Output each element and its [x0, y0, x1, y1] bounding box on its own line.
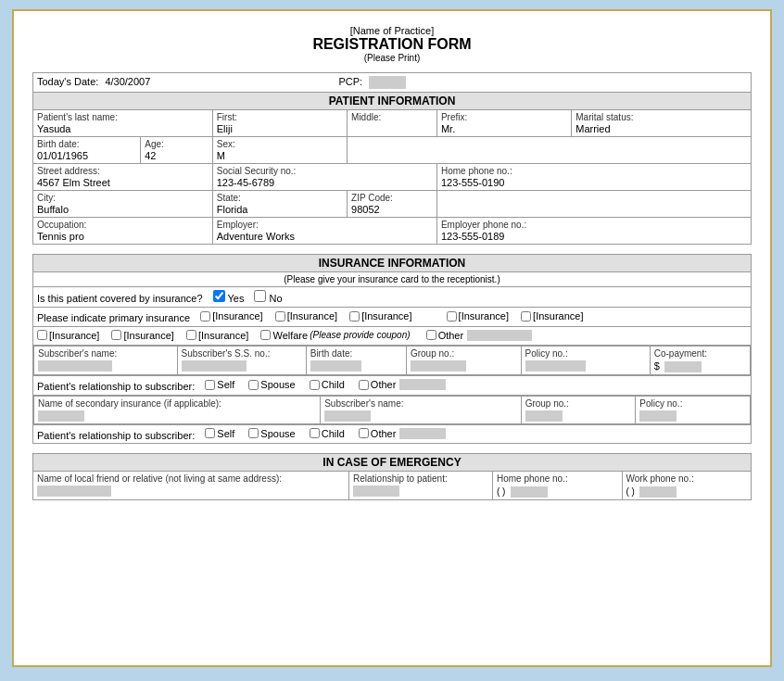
welfare-label: Welfare [272, 330, 308, 341]
other2-value [399, 428, 446, 439]
patient-section-header-row: PATIENT INFORMATION [33, 93, 752, 110]
employer-phone-value: 123-555-0189 [441, 231, 747, 242]
insurance-info-table: INSURANCE INFORMATION (Please give your … [32, 254, 752, 444]
self2-checkbox[interactable] [205, 428, 215, 438]
policy-no-label: Policy no.: [525, 348, 646, 359]
ins7-checkbox[interactable] [111, 330, 121, 340]
no-checkbox[interactable] [254, 290, 266, 302]
spouse2-checkbox[interactable] [248, 428, 259, 438]
copayment-label: Co-payment: [654, 348, 746, 359]
no-checkbox-group[interactable]: No [254, 293, 282, 304]
sub-birth-label: Birth date: [310, 348, 402, 359]
emergency-table: IN CASE OF EMERGENCY Name of local frien… [32, 453, 752, 500]
occupation-row: Occupation: Tennis pro Employer: Adventu… [33, 218, 752, 245]
child2-group[interactable]: Child [310, 428, 345, 439]
yes-checkbox-group[interactable]: Yes [213, 293, 247, 304]
welfare-checkbox[interactable] [260, 330, 271, 340]
ins3-group[interactable]: [Insurance] [349, 310, 411, 322]
self1-checkbox[interactable] [205, 380, 215, 390]
self2-group[interactable]: Self [205, 428, 234, 439]
birth-label: Birth date: [37, 139, 136, 149]
age-label: Age: [145, 139, 209, 149]
ins3-checkbox[interactable] [349, 311, 360, 322]
other2-label: Other [371, 428, 397, 439]
relationship2-label: Patient's relationship to subscriber: [37, 429, 195, 440]
child1-checkbox[interactable] [310, 380, 320, 390]
insurance-section-header-row: INSURANCE INFORMATION [33, 255, 752, 272]
ins2-checkbox[interactable] [275, 311, 285, 322]
secondary-subscriber-label: Subscriber's name: [324, 398, 516, 409]
yes-checkbox[interactable] [213, 290, 225, 302]
emergency-home-phone-label: Home phone no.: [497, 473, 618, 484]
pcp-label: PCP: [338, 76, 362, 87]
ins3-label: [Insurance] [361, 310, 411, 322]
emergency-work-phone-format: ( ) [626, 486, 635, 497]
ins2-group[interactable]: [Insurance] [275, 310, 337, 322]
insurance-subtitle: (Please give your insurance card to the … [284, 274, 499, 284]
state-value: Florida [217, 204, 343, 215]
prefix-value: Mr. [441, 123, 567, 134]
ins6-checkbox[interactable] [37, 330, 47, 340]
covered-label: Is this patient covered by insurance? [37, 293, 203, 304]
ins7-group[interactable]: [Insurance] [111, 330, 173, 341]
child2-checkbox[interactable] [310, 428, 320, 438]
sub-name-label: Subscriber's name: [38, 348, 173, 359]
subscriber-labels-row: Subscriber's name: Subscriber's S.S. no.… [34, 347, 751, 375]
relationship-label: Patient's relationship to subscriber: [37, 381, 195, 392]
self1-group[interactable]: Self [205, 379, 234, 390]
patient-info-table: Today's Date: 4/30/2007 PCP: PATIENT INF… [32, 72, 752, 245]
spouse1-group[interactable]: Spouse [248, 379, 295, 390]
name-row: Patient's last name: Yasuda First: Eliji… [33, 110, 752, 137]
city-state-zip-row: City: Buffalo State: Florida ZIP Code: 9… [33, 191, 752, 218]
zip-value: 98052 [351, 204, 433, 215]
ssn-value: 123-45-6789 [217, 177, 433, 188]
marital-value: Married [575, 123, 747, 134]
home-phone-label: Home phone no.: [441, 166, 747, 176]
last-name-value: Yasuda [37, 123, 209, 134]
employer-phone-label: Employer phone no.: [441, 220, 747, 230]
ins1-group[interactable]: [Insurance] [200, 310, 262, 322]
ins8-label: [Insurance] [198, 330, 248, 341]
other-ins-label: Other [438, 330, 464, 341]
group-no-value [411, 360, 466, 372]
ins4-checkbox[interactable] [447, 311, 457, 322]
child2-label: Child [322, 428, 345, 439]
spouse1-label: Spouse [260, 379, 295, 390]
ins5-group[interactable]: [Insurance] [521, 310, 583, 322]
ins8-group[interactable]: [Insurance] [186, 330, 248, 341]
last-name-label: Patient's last name: [37, 112, 209, 122]
subscriber-fields-table: Subscriber's name: Subscriber's S.S. no.… [33, 346, 751, 375]
welfare-group[interactable]: Welfare (Please provide coupon) [260, 330, 410, 341]
ins1-checkbox[interactable] [200, 311, 210, 322]
emergency-work-phone-value [639, 486, 677, 498]
other1-checkbox[interactable] [359, 380, 369, 390]
child1-label: Child [322, 379, 345, 390]
pcp-value [369, 76, 406, 89]
child1-group[interactable]: Child [310, 379, 345, 390]
ins5-checkbox[interactable] [521, 311, 531, 322]
spouse2-group[interactable]: Spouse [248, 428, 295, 439]
policy-no-value [525, 360, 586, 372]
ins6-group[interactable]: [Insurance] [37, 330, 99, 341]
sub-ss-value [182, 360, 247, 372]
other1-group[interactable]: Other [359, 379, 447, 390]
other-ins-checkbox[interactable] [426, 330, 436, 340]
other1-label: Other [371, 379, 397, 390]
spouse1-checkbox[interactable] [248, 380, 259, 390]
street-row: Street address: 4567 Elm Street Social S… [33, 164, 752, 191]
age-value: 42 [145, 150, 209, 161]
secondary-policy-value [639, 410, 677, 422]
secondary-label: Name of secondary insurance (if applicab… [38, 398, 316, 409]
insurance-section-title: INSURANCE INFORMATION [319, 257, 465, 270]
ins4-group[interactable]: [Insurance] [447, 310, 509, 322]
other2-checkbox[interactable] [359, 428, 369, 438]
please-print: (Please Print) [32, 53, 752, 63]
ins8-checkbox[interactable] [186, 330, 196, 340]
other-ins-group[interactable]: Other [426, 330, 533, 341]
secondary-ins-row: Name of secondary insurance (if applicab… [33, 395, 752, 424]
emergency-name-label: Name of local friend or relative (not li… [37, 473, 345, 484]
first-label: First: [217, 112, 343, 122]
other2-group[interactable]: Other [359, 428, 447, 439]
group-no-label: Group no.: [411, 348, 517, 359]
ins7-label: [Insurance] [123, 330, 173, 341]
